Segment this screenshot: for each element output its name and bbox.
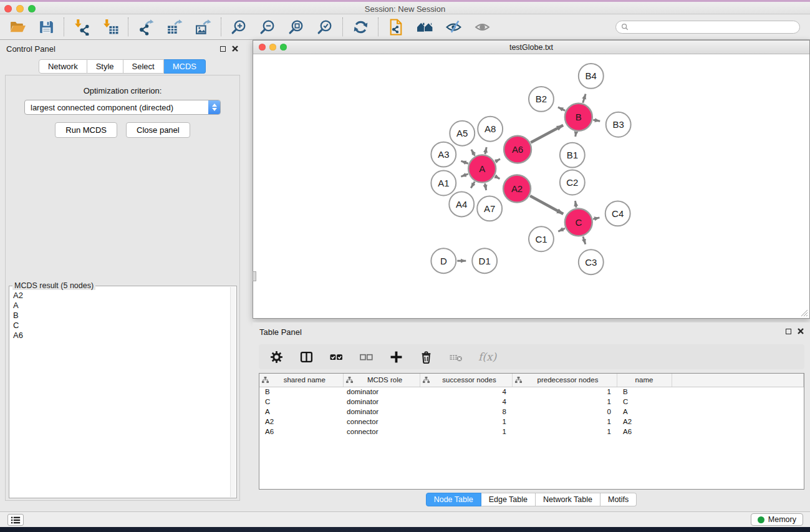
- table-cell[interactable]: A2: [259, 417, 343, 427]
- import-table-icon[interactable]: [100, 17, 120, 37]
- graph-edge-A-A6[interactable]: [495, 159, 500, 162]
- table-settings-gear-icon[interactable]: [269, 349, 284, 364]
- graph-node-A6[interactable]: A6: [504, 136, 531, 163]
- graph-edge-A-A5[interactable]: [471, 150, 475, 156]
- show-graphics-icon[interactable]: [472, 17, 492, 37]
- criterion-dropdown[interactable]: largest connected component (directed): [24, 100, 221, 115]
- graph-node-A[interactable]: A: [468, 155, 496, 183]
- graph-edge-B-B2[interactable]: [558, 107, 565, 110]
- result-scrollbar[interactable]: [230, 287, 236, 497]
- close-panel-button[interactable]: Close panel: [126, 122, 190, 138]
- table-cell[interactable]: A6: [259, 427, 343, 437]
- tab-motifs[interactable]: Motifs: [600, 493, 637, 506]
- delete-column-icon[interactable]: [418, 349, 433, 364]
- table-row[interactable]: Bdominator41B: [259, 387, 804, 397]
- table-cell[interactable]: A2: [617, 417, 672, 427]
- add-column-icon[interactable]: [388, 349, 403, 364]
- graph-node-A7[interactable]: A7: [477, 196, 502, 221]
- table-cell[interactable]: 4: [420, 397, 512, 407]
- export-table-icon[interactable]: [165, 17, 185, 37]
- export-network-icon[interactable]: [136, 17, 156, 37]
- search-field[interactable]: [615, 21, 800, 34]
- tab-network[interactable]: Network: [39, 59, 87, 74]
- select-all-icon[interactable]: [329, 349, 344, 364]
- table-cell[interactable]: dominator: [343, 397, 420, 407]
- table-cell[interactable]: 4: [420, 387, 512, 397]
- graph-node-B[interactable]: B: [565, 104, 592, 131]
- column-header-name[interactable]: name: [617, 374, 672, 387]
- close-panel-icon[interactable]: [232, 46, 238, 52]
- save-session-icon[interactable]: [36, 17, 56, 37]
- zoom-fit-icon[interactable]: [286, 17, 306, 37]
- refresh-icon[interactable]: [350, 17, 370, 37]
- float-table-panel-icon[interactable]: [786, 329, 791, 334]
- table-cell[interactable]: 1: [512, 427, 617, 437]
- table-row[interactable]: Adominator80A: [259, 407, 804, 417]
- table-cell[interactable]: 0: [512, 407, 617, 417]
- run-mcds-button[interactable]: Run MCDS: [55, 122, 117, 138]
- tab-select[interactable]: Select: [123, 59, 164, 74]
- hide-graphics-icon[interactable]: [443, 17, 463, 37]
- graph-node-C1[interactable]: C1: [529, 226, 554, 251]
- graph-edge-A6-B[interactable]: [531, 125, 563, 143]
- graph-edge-A-A8[interactable]: [485, 147, 486, 154]
- graph-edge-A-A2[interactable]: [495, 176, 499, 178]
- search-input[interactable]: [632, 22, 794, 31]
- resize-grip-icon[interactable]: [800, 309, 808, 317]
- tab-mcds[interactable]: MCDS: [164, 59, 206, 74]
- table-cell[interactable]: connector: [343, 417, 420, 427]
- mcds-result-item[interactable]: C: [13, 321, 226, 331]
- mcds-result-item[interactable]: B: [13, 311, 226, 321]
- table-cell[interactable]: 1: [512, 397, 617, 407]
- home-neighbors-icon[interactable]: [415, 17, 435, 37]
- graph-node-A2[interactable]: A2: [503, 175, 531, 203]
- graph-edge-C-C4[interactable]: [593, 218, 599, 219]
- graph-edge-C-C1[interactable]: [558, 228, 565, 231]
- table-cell[interactable]: C: [617, 397, 672, 407]
- graph-edge-A-A7[interactable]: [485, 183, 486, 190]
- table-columns-icon[interactable]: [299, 349, 314, 364]
- graph-edge-B-B4[interactable]: [583, 94, 586, 103]
- graph-node-A3[interactable]: A3: [431, 142, 456, 167]
- graph-node-D[interactable]: D: [431, 248, 456, 273]
- close-table-panel-icon[interactable]: [798, 328, 804, 334]
- table-cell[interactable]: connector: [343, 427, 420, 437]
- table-row[interactable]: Cdominator41C: [259, 397, 804, 407]
- column-header-shared-name[interactable]: shared name: [259, 374, 343, 387]
- graph-edge-A-A1[interactable]: [461, 174, 468, 177]
- import-network-icon[interactable]: [72, 17, 92, 37]
- graph-node-B1[interactable]: B1: [560, 143, 585, 168]
- graph-node-B4[interactable]: B4: [579, 64, 604, 89]
- table-cell[interactable]: 1: [420, 417, 512, 427]
- open-file-icon[interactable]: [7, 17, 27, 37]
- table-cell[interactable]: C: [259, 397, 343, 407]
- graph-node-B2[interactable]: B2: [529, 87, 554, 112]
- graph-node-A4[interactable]: A4: [449, 191, 474, 216]
- table-cell[interactable]: A: [617, 407, 672, 417]
- table-cell[interactable]: B: [617, 387, 672, 397]
- tab-network-table[interactable]: Network Table: [536, 493, 600, 506]
- zoom-in-icon[interactable]: [229, 17, 249, 37]
- graph-edge-C-C2[interactable]: [575, 201, 576, 208]
- table-cell[interactable]: dominator: [343, 387, 420, 397]
- graph-node-D1[interactable]: D1: [472, 248, 497, 273]
- graph-node-A8[interactable]: A8: [478, 117, 503, 142]
- table-row[interactable]: A2connector11A2: [259, 417, 804, 427]
- column-header-predecessor-nodes[interactable]: predecessor nodes: [512, 374, 617, 387]
- graph-edge-A-A3[interactable]: [461, 161, 468, 163]
- deselect-all-icon[interactable]: [359, 349, 374, 364]
- float-panel-icon[interactable]: [220, 46, 226, 52]
- column-header-successor-nodes[interactable]: successor nodes: [420, 374, 512, 387]
- zoom-selected-icon[interactable]: [315, 17, 335, 37]
- graph-node-A5[interactable]: A5: [450, 121, 475, 146]
- network-canvas[interactable]: B4B2BB3B1A5A8A6A3AA1C2A2A4A7C4CC1C3DD1: [253, 55, 809, 318]
- export-image-icon[interactable]: [193, 17, 213, 37]
- table-cell[interactable]: 1: [512, 417, 617, 427]
- table-row[interactable]: A6connector11A6: [259, 427, 804, 437]
- tab-edge-table[interactable]: Edge Table: [481, 493, 536, 506]
- tab-node-table[interactable]: Node Table: [426, 493, 481, 506]
- memory-button[interactable]: Memory: [751, 513, 803, 526]
- table-cell[interactable]: 8: [420, 407, 512, 417]
- tab-style[interactable]: Style: [87, 59, 123, 74]
- graph-edge-B-B1[interactable]: [576, 132, 576, 137]
